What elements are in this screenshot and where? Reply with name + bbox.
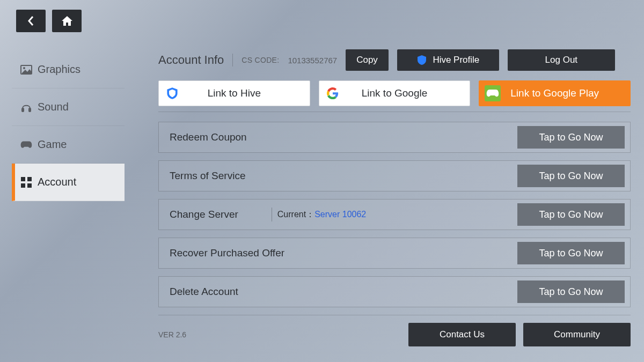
sidebar-item-label: Sound [38, 101, 69, 113]
svg-rect-4 [21, 177, 25, 181]
hive-profile-label: Hive Profile [433, 55, 479, 65]
back-button[interactable] [16, 10, 46, 32]
svg-rect-7 [27, 183, 32, 188]
settings-sidebar: Graphics Sound Game Account [12, 51, 125, 201]
link-google-play-button[interactable]: Link to Google Play [479, 80, 631, 106]
delete-go-button[interactable]: Tap to Go Now [517, 280, 625, 303]
hive-shield-icon [164, 85, 180, 101]
svg-rect-3 [28, 108, 31, 112]
version-label: VER 2.6 [158, 330, 186, 339]
sidebar-item-label: Account [38, 176, 76, 188]
svg-rect-6 [21, 183, 25, 188]
play-games-icon [485, 85, 501, 101]
svg-point-1 [23, 67, 25, 69]
delete-label: Delete Account [170, 286, 238, 298]
sidebar-item-graphics[interactable]: Graphics [12, 51, 125, 88]
terms-label: Terms of Service [170, 170, 245, 182]
redeem-coupon-row: Redeem Coupon Tap to Go Now [158, 122, 631, 153]
home-button[interactable] [52, 10, 82, 32]
link-hive-label: Link to Hive [208, 87, 261, 99]
home-icon [61, 16, 73, 26]
sidebar-item-label: Game [38, 138, 67, 151]
change-server-row: Change Server Current： Server 10062 Tap … [158, 199, 631, 230]
divider [158, 112, 631, 112]
terms-go-button[interactable]: Tap to Go Now [517, 165, 625, 187]
copy-button[interactable]: Copy [346, 49, 389, 71]
gamepad-icon [20, 139, 32, 150]
redeem-label: Redeem Coupon [170, 131, 247, 143]
recover-go-button[interactable]: Tap to Go Now [517, 242, 625, 264]
link-hive-button[interactable]: Link to Hive [158, 80, 310, 106]
grid-icon [20, 177, 32, 188]
sidebar-item-sound[interactable]: Sound [12, 88, 125, 126]
sidebar-item-label: Graphics [38, 63, 80, 76]
current-server-value: Server 10062 [314, 210, 366, 219]
recover-label: Recover Purchased Offer [170, 247, 284, 259]
change-server-go-button[interactable]: Tap to Go Now [517, 203, 625, 226]
svg-rect-5 [27, 177, 32, 181]
delete-account-row: Delete Account Tap to Go Now [158, 276, 631, 307]
chevron-left-icon [27, 16, 35, 26]
cs-code-label: CS CODE: [241, 56, 279, 64]
image-icon [20, 64, 32, 75]
logout-button[interactable]: Log Out [508, 49, 615, 71]
redeem-go-button[interactable]: Tap to Go Now [517, 126, 625, 149]
divider [232, 54, 233, 67]
account-panel: Account Info CS CODE: 10133552767 Copy H… [158, 49, 631, 346]
link-google-button[interactable]: Link to Google [319, 80, 471, 106]
change-server-label: Change Server [170, 209, 238, 220]
contact-us-button[interactable]: Contact Us [408, 323, 516, 346]
google-icon [325, 85, 341, 101]
svg-rect-2 [21, 108, 24, 112]
headphones-icon [20, 102, 32, 113]
recover-offer-row: Recover Purchased Offer Tap to Go Now [158, 238, 631, 269]
link-google-play-label: Link to Google Play [510, 87, 599, 99]
hive-profile-button[interactable]: Hive Profile [397, 49, 499, 71]
current-server-label: Current： [277, 209, 314, 220]
link-google-label: Link to Google [362, 87, 428, 99]
sidebar-item-game[interactable]: Game [12, 126, 125, 164]
divider [158, 315, 631, 315]
page-title: Account Info [158, 53, 224, 67]
sidebar-item-account[interactable]: Account [12, 164, 125, 201]
divider [272, 208, 272, 221]
shield-icon [416, 55, 427, 65]
community-button[interactable]: Community [523, 323, 631, 346]
terms-row: Terms of Service Tap to Go Now [158, 160, 631, 191]
cs-code-value: 10133552767 [288, 56, 337, 65]
